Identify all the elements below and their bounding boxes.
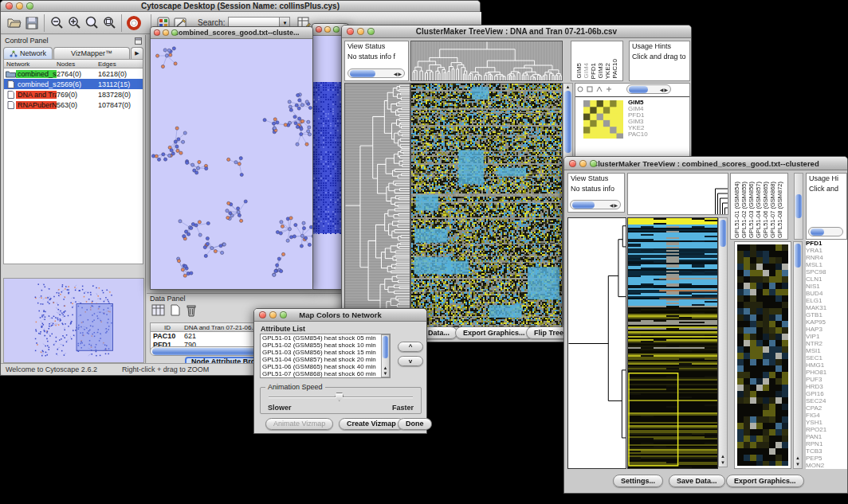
tv1-row-dendrogram[interactable] bbox=[344, 83, 410, 327]
gene-label[interactable]: SPC98 bbox=[806, 268, 847, 275]
tv1-mini-heatmap[interactable] bbox=[583, 100, 623, 139]
minimize-button[interactable] bbox=[357, 28, 364, 35]
column-label[interactable]: GPL51-04 (GSM857) bbox=[755, 182, 762, 238]
data-table-row[interactable]: PAC10 621 bbox=[151, 332, 269, 341]
tv2-hints-vscrollbar[interactable] bbox=[794, 173, 803, 240]
gene-label[interactable]: SEC24 bbox=[806, 397, 847, 404]
mini-tool-icon[interactable] bbox=[596, 86, 603, 92]
mini-tool-icon[interactable] bbox=[577, 86, 584, 92]
close-button[interactable] bbox=[569, 160, 576, 167]
minimize-button[interactable] bbox=[16, 2, 23, 10]
close-button[interactable] bbox=[6, 2, 13, 10]
zoom-button[interactable] bbox=[26, 2, 33, 10]
zoom-in-icon[interactable] bbox=[65, 14, 83, 32]
column-label[interactable]: GPL51-08 (GSM872) bbox=[776, 182, 783, 238]
gene-label[interactable]: PAN1 bbox=[806, 433, 847, 440]
gene-label[interactable]: YRA1 bbox=[806, 247, 847, 254]
save-data-button[interactable]: Save Data... bbox=[669, 475, 725, 487]
gene-label[interactable]: BUD4 bbox=[806, 290, 847, 297]
slider-thumb[interactable] bbox=[335, 393, 344, 401]
gene-label[interactable]: HMG1 bbox=[806, 361, 847, 369]
tv1-main-heatmap[interactable] bbox=[410, 83, 563, 327]
minimize-button[interactable] bbox=[324, 26, 331, 33]
speed-slider[interactable] bbox=[269, 397, 413, 398]
gene-label[interactable]: FIG4 bbox=[806, 412, 847, 419]
network-table-header[interactable]: Network Nodes Edges bbox=[4, 60, 143, 68]
column-label[interactable]: GPL51-07 (GSM868) bbox=[769, 182, 776, 238]
column-label[interactable]: PAC10 bbox=[612, 59, 618, 79]
attribute-list-item[interactable]: GPL51-04 (GSM857) heat shock 20 min bbox=[261, 356, 381, 363]
tab-network[interactable]: Network bbox=[3, 47, 53, 59]
network-table-row[interactable]: combined_scores 2764(0) 16218(0) bbox=[4, 68, 143, 79]
network-table-row[interactable]: RNAPuberNov2+| 563(0) 107847(0) bbox=[4, 100, 143, 110]
attribute-list-item[interactable]: GPL51-02 (GSM855) heat shock 10 min bbox=[261, 342, 381, 349]
tv1-detail-scrollbar[interactable]: ◀▶ bbox=[626, 84, 671, 94]
tv1-status-scrollbar[interactable]: ◀▶ bbox=[347, 68, 405, 78]
minimize-button[interactable] bbox=[163, 29, 169, 36]
zoom-button[interactable] bbox=[367, 28, 375, 35]
column-label[interactable]: GPL51-01 (GSM854) bbox=[733, 182, 740, 238]
export-graphics-button[interactable]: Export Graphics... bbox=[455, 326, 533, 339]
create-vizmap-button[interactable]: Create Vizmap bbox=[339, 418, 404, 430]
tab-vizmapper[interactable]: VizMapper™ bbox=[53, 47, 130, 59]
zoom-button[interactable] bbox=[333, 26, 340, 33]
main-titlebar[interactable]: Cytoscape Desktop (Session Name: collins… bbox=[1, 1, 480, 12]
attribute-list-scrollbar[interactable]: ▲ ▼ bbox=[381, 334, 390, 377]
minimize-button[interactable] bbox=[269, 311, 277, 318]
tab-overflow-button[interactable]: ▶ bbox=[131, 47, 143, 59]
tv2-status-scrollbar[interactable]: ◀▶ bbox=[570, 200, 621, 209]
gene-label[interactable]: GTB1 bbox=[806, 311, 847, 318]
close-button[interactable] bbox=[154, 29, 160, 36]
data-table-header[interactable]: ID DNA and Tran 07-21-06... bbox=[151, 323, 269, 332]
gene-label[interactable]: PFD1 bbox=[806, 240, 847, 247]
delete-attribute-icon[interactable] bbox=[186, 304, 197, 320]
close-button[interactable] bbox=[316, 26, 322, 33]
done-button[interactable]: Done bbox=[398, 418, 432, 430]
gene-label[interactable]: HAP3 bbox=[806, 326, 847, 333]
animate-vizmap-button[interactable]: Animate Vizmap bbox=[265, 418, 333, 430]
attribute-listbox[interactable]: GPL51-01 (GSM854) heat shock 05 minGPL51… bbox=[260, 334, 391, 378]
attribute-list-item[interactable]: GPL51-07 (GSM868) heat shock 60 min bbox=[261, 370, 381, 377]
zoom-button[interactable] bbox=[590, 160, 597, 167]
gene-label[interactable]: PAC10 bbox=[628, 131, 660, 138]
zoom-button[interactable] bbox=[280, 311, 287, 318]
column-label[interactable]: GPL51-03 (GSM856) bbox=[748, 182, 755, 238]
column-label[interactable]: GPL51-02 (GSM855) bbox=[740, 182, 748, 238]
gene-label[interactable]: YSH1 bbox=[806, 419, 847, 426]
gene-label[interactable]: MSI1 bbox=[806, 347, 847, 354]
attribute-list-item[interactable]: GPL51-01 (GSM854) heat shock 05 min bbox=[261, 334, 381, 342]
network-overview-canvas[interactable] bbox=[4, 279, 143, 362]
select-attributes-icon[interactable] bbox=[151, 304, 165, 320]
gene-label[interactable]: NTR2 bbox=[806, 340, 847, 347]
zoom-out-icon[interactable] bbox=[48, 14, 65, 32]
gene-label[interactable]: PHO81 bbox=[806, 369, 847, 376]
dialog-titlebar[interactable]: Map Colors to Network bbox=[254, 309, 426, 322]
minimize-button[interactable] bbox=[579, 160, 587, 167]
network-table-row[interactable]: DNA and Tran 07 769(0) 183728(0) bbox=[4, 89, 143, 100]
zoom-button[interactable] bbox=[171, 29, 178, 36]
close-button[interactable] bbox=[347, 28, 354, 35]
gene-label[interactable]: ELG1 bbox=[806, 297, 847, 304]
gene-label[interactable]: RPN1 bbox=[806, 440, 847, 447]
zoom-fit-icon[interactable] bbox=[83, 14, 100, 32]
gene-label[interactable]: NIS1 bbox=[806, 283, 847, 290]
gene-label[interactable]: KAP95 bbox=[806, 318, 847, 326]
export-graphics-button[interactable]: Export Graphics... bbox=[726, 475, 804, 487]
gene-label[interactable]: MON2 bbox=[806, 462, 847, 469]
attribute-list-item[interactable]: GPL51-03 (GSM856) heat shock 15 min bbox=[261, 349, 381, 356]
gene-label[interactable]: SEC1 bbox=[806, 354, 847, 361]
gene-label[interactable]: VIP1 bbox=[806, 333, 847, 340]
float-panel-icon[interactable] bbox=[135, 33, 142, 48]
attribute-list-item[interactable]: GPL51-06 (GSM865) heat shock 40 min bbox=[261, 363, 381, 370]
move-down-button[interactable]: v bbox=[398, 356, 423, 366]
column-label[interactable]: GIM4 bbox=[583, 63, 590, 79]
tv2-zoom-vscrollbar[interactable]: ▲ ▼ bbox=[793, 241, 803, 469]
close-button[interactable] bbox=[259, 311, 266, 318]
tv2-column-dendrogram[interactable] bbox=[627, 173, 728, 215]
tv2-row-dendrogram[interactable] bbox=[567, 217, 626, 469]
gene-label[interactable]: GPI16 bbox=[806, 390, 847, 397]
gene-label[interactable]: CPA2 bbox=[806, 404, 847, 412]
mini-tool-icon[interactable] bbox=[606, 86, 613, 92]
help-lifesaver-icon[interactable] bbox=[125, 14, 143, 32]
column-label[interactable]: GIM5 bbox=[576, 63, 583, 79]
